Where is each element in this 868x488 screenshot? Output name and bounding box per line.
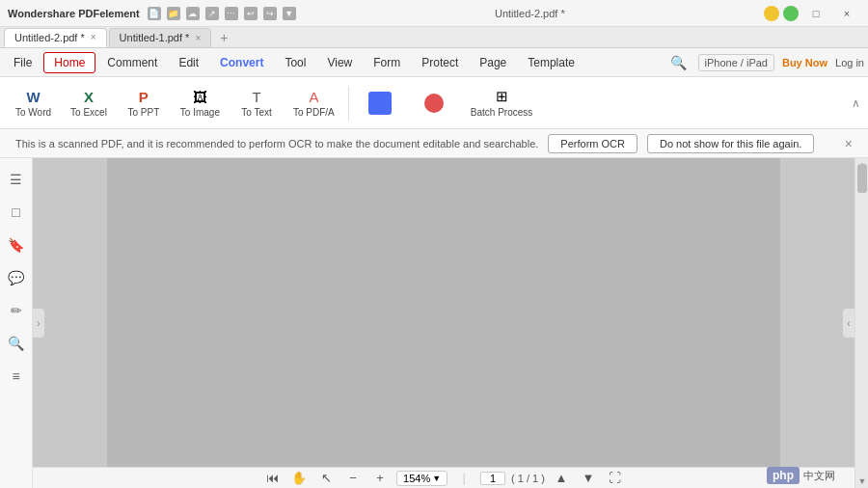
file-icon: 📄 bbox=[148, 7, 161, 20]
main-layout: ☰ □ 🔖 💬 ✏ 🔍 ≡ › ‹ ▲ ▼ ⏮ ✋ ↖ − + 154% ▼ |… bbox=[0, 158, 868, 488]
zoom-in-button[interactable]: + bbox=[369, 470, 391, 487]
to-text-button[interactable]: T To Text bbox=[231, 81, 282, 125]
zoom-level-display[interactable]: 154% ▼ bbox=[396, 471, 448, 486]
notify-message: This is a scanned PDF, and it is recomme… bbox=[15, 138, 538, 149]
menu-right: 🔍 iPhone / iPad Buy Now Log in bbox=[663, 51, 864, 74]
menu-form[interactable]: Form bbox=[364, 53, 410, 72]
login-button[interactable]: Log in bbox=[835, 57, 864, 68]
to-image-button[interactable]: 🖼 To Image bbox=[173, 81, 228, 125]
notify-bar: This is a scanned PDF, and it is recomme… bbox=[0, 129, 868, 158]
pdf-page bbox=[107, 158, 781, 488]
close-button[interactable]: × bbox=[833, 4, 860, 23]
record-icon bbox=[424, 94, 444, 113]
sidebar-pages-icon[interactable]: □ bbox=[3, 199, 30, 226]
prev-page-button[interactable]: ▲ bbox=[551, 470, 572, 487]
batch-process-button[interactable]: ⊞ Batch Process bbox=[463, 81, 540, 125]
to-excel-icon: X bbox=[84, 89, 94, 105]
menu-tool[interactable]: Tool bbox=[275, 53, 315, 72]
to-pdfa-button[interactable]: A To PDF/A bbox=[285, 81, 342, 125]
sidebar-search-icon[interactable]: 🔍 bbox=[3, 330, 30, 357]
batch-icon: ⊞ bbox=[496, 88, 508, 105]
to-text-label: To Text bbox=[241, 107, 272, 118]
next-page-button[interactable]: ▼ bbox=[578, 470, 599, 487]
chinese-text: 中文网 bbox=[803, 469, 835, 483]
right-panel-collapse-button[interactable]: ‹ bbox=[843, 309, 854, 338]
record-button[interactable] bbox=[409, 81, 459, 125]
separator: | bbox=[453, 470, 475, 487]
toolbar-separator bbox=[348, 86, 349, 121]
pdf-content-area[interactable] bbox=[33, 158, 854, 488]
iphone-ipad-button[interactable]: iPhone / iPad bbox=[698, 54, 774, 71]
document-title: Untitled-2.pdf * bbox=[495, 8, 565, 19]
menu-protect[interactable]: Protect bbox=[412, 53, 468, 72]
menu-view[interactable]: View bbox=[317, 53, 362, 72]
page-total-display: ( 1 / 1 ) bbox=[511, 473, 545, 484]
color-swatch-button[interactable] bbox=[355, 81, 405, 125]
search-menu-icon[interactable]: 🔍 bbox=[666, 51, 691, 74]
restore-button[interactable] bbox=[783, 6, 799, 21]
title-bar-left: Wondershare PDFelement 📄 📁 ☁ ↗ ⋯ ↩ ↪ ▼ bbox=[8, 7, 296, 20]
menu-template[interactable]: Template bbox=[518, 53, 584, 72]
zoom-value: 154% bbox=[403, 473, 430, 484]
to-pdfa-icon: A bbox=[309, 89, 318, 105]
sidebar-expand-button[interactable]: › bbox=[33, 309, 44, 338]
folder-icon: 📁 bbox=[167, 7, 180, 20]
php-badge: php bbox=[767, 467, 800, 484]
to-ppt-icon: P bbox=[139, 89, 149, 105]
menu-convert[interactable]: Convert bbox=[210, 53, 273, 72]
app-name: Wondershare PDFelement bbox=[8, 8, 140, 19]
toolbar: W To Word X To Excel P To PPT 🖼 To Image… bbox=[0, 77, 868, 129]
fit-page-button[interactable]: ⛶ bbox=[605, 470, 626, 487]
notify-close-button[interactable]: × bbox=[845, 136, 853, 151]
buy-now-button[interactable]: Buy Now bbox=[782, 57, 827, 68]
do-not-show-button[interactable]: Do not show for this file again. bbox=[647, 134, 814, 153]
page-first-button[interactable]: ⏮ bbox=[261, 470, 283, 487]
sidebar-layers-icon[interactable]: ≡ bbox=[3, 363, 30, 390]
cloud-icon: ☁ bbox=[186, 7, 200, 20]
scroll-down-button[interactable]: ▼ bbox=[855, 474, 868, 488]
scroll-thumb[interactable] bbox=[857, 164, 867, 193]
menu-home[interactable]: Home bbox=[43, 52, 95, 73]
tab-add-button[interactable]: + bbox=[215, 29, 232, 46]
sidebar-thumbnails-icon[interactable]: ☰ bbox=[3, 166, 30, 193]
menu-page[interactable]: Page bbox=[470, 53, 516, 72]
maximize-button[interactable]: □ bbox=[802, 4, 829, 23]
title-bar: Wondershare PDFelement 📄 📁 ☁ ↗ ⋯ ↩ ↪ ▼ U… bbox=[0, 0, 868, 27]
toolbar-collapse-icon[interactable]: ∧ bbox=[852, 96, 860, 110]
select-tool-button[interactable]: ↖ bbox=[315, 470, 337, 487]
tab-untitled-2[interactable]: Untitled-2.pdf * × bbox=[4, 28, 107, 47]
sidebar-bookmarks-icon[interactable]: 🔖 bbox=[3, 231, 30, 258]
tab-bar: Untitled-2.pdf * × Untitled-1.pdf * × + bbox=[0, 27, 868, 48]
tab-close-button-2[interactable]: × bbox=[195, 33, 201, 43]
to-image-label: To Image bbox=[180, 107, 220, 118]
hand-tool-button[interactable]: ✋ bbox=[288, 470, 310, 487]
to-word-button[interactable]: W To Word bbox=[8, 81, 59, 125]
sidebar-edit-icon[interactable]: ✏ bbox=[3, 297, 30, 324]
page-number-input[interactable] bbox=[480, 472, 505, 485]
zoom-out-button[interactable]: − bbox=[342, 470, 364, 487]
to-text-icon: T bbox=[252, 89, 260, 105]
watermark: php 中文网 bbox=[767, 467, 835, 484]
batch-label: Batch Process bbox=[471, 107, 532, 118]
menu-comment[interactable]: Comment bbox=[97, 53, 167, 72]
to-excel-button[interactable]: X To Excel bbox=[63, 81, 115, 125]
share-icon: ↗ bbox=[205, 7, 219, 20]
tab-untitled-1[interactable]: Untitled-1.pdf * × bbox=[109, 28, 212, 47]
perform-ocr-button[interactable]: Perform OCR bbox=[548, 134, 637, 153]
minimize-button[interactable] bbox=[764, 6, 779, 21]
sidebar-comments-icon[interactable]: 💬 bbox=[3, 264, 30, 291]
to-ppt-button[interactable]: P To PPT bbox=[119, 81, 169, 125]
menu-bar: File Home Comment Edit Convert Tool View… bbox=[0, 48, 868, 77]
color-swatch bbox=[368, 92, 392, 115]
vertical-scrollbar[interactable]: ▲ ▼ bbox=[854, 158, 868, 488]
redo-icon[interactable]: ↪ bbox=[263, 7, 277, 20]
zoom-dropdown-icon[interactable]: ▼ bbox=[432, 474, 441, 483]
tab-close-button[interactable]: × bbox=[91, 32, 96, 42]
undo-icon[interactable]: ↩ bbox=[244, 7, 258, 20]
more2-icon: ▼ bbox=[283, 7, 296, 20]
menu-edit[interactable]: Edit bbox=[169, 53, 208, 72]
left-sidebar: ☰ □ 🔖 💬 ✏ 🔍 ≡ bbox=[0, 158, 33, 488]
menu-file[interactable]: File bbox=[4, 53, 41, 72]
to-word-icon: W bbox=[26, 89, 40, 105]
to-excel-label: To Excel bbox=[70, 107, 107, 118]
